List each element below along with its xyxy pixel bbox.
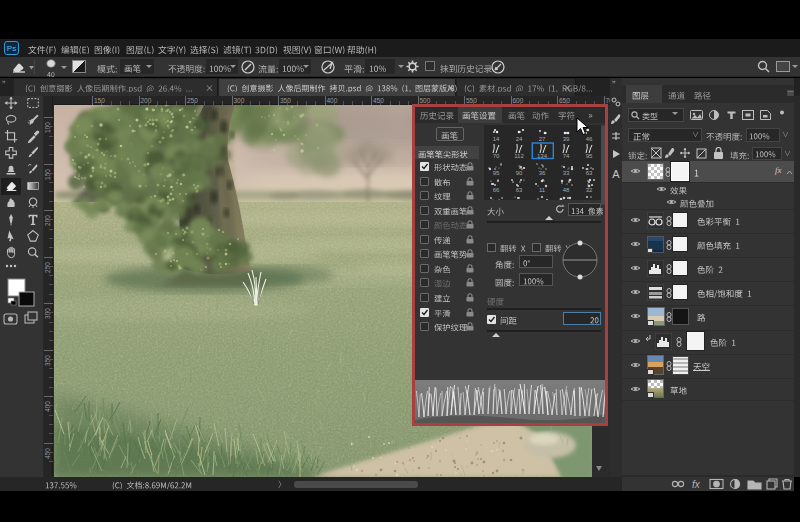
svg-text:A: A: [612, 168, 620, 180]
svg-text:fx: fx: [692, 479, 701, 490]
